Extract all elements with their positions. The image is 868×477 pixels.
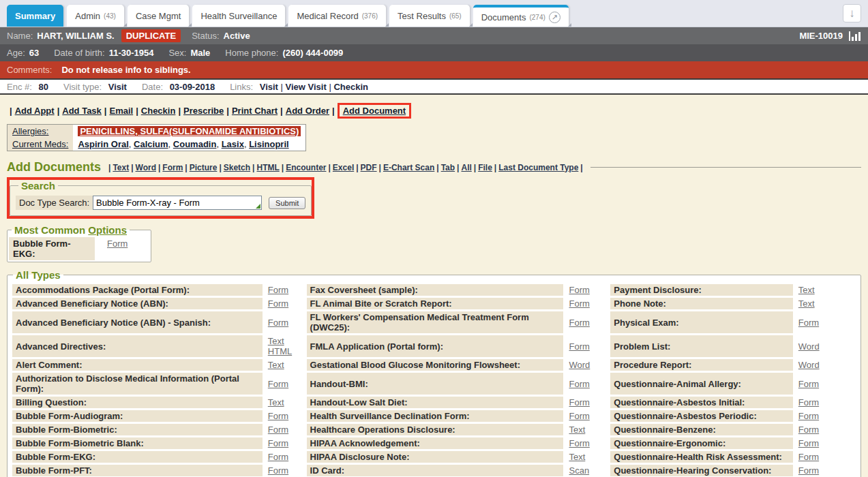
doc-format-form[interactable]: Form — [162, 163, 183, 172]
encounter-link-view-visit[interactable]: View Visit — [286, 82, 327, 92]
tab-health-surveillance[interactable]: Health Surveillance — [192, 5, 285, 27]
doc-link-physical-exam-form[interactable]: Form — [798, 318, 819, 328]
doc-link-phone-note-text[interactable]: Text — [798, 298, 815, 309]
doc-link-bubble-form-audiogram-form[interactable]: Form — [268, 411, 288, 421]
doc-link-questionnaire-animal-allergy-form[interactable]: Form — [798, 379, 819, 389]
name-label: Name: — [7, 31, 33, 41]
doc-link-accommodations-package-portal-form-form[interactable]: Form — [268, 285, 288, 295]
action-add-order[interactable]: Add Order — [286, 106, 329, 116]
doc-link-bubble-form-biometric-form[interactable]: Form — [268, 425, 288, 435]
doc-link-advanced-beneficiary-notice-abn-form[interactable]: Form — [268, 298, 288, 309]
tab-test-results[interactable]: Test Results(65) — [389, 5, 470, 27]
doc-link-billing-question-text[interactable]: Text — [268, 397, 284, 407]
doc-link-handout-low-salt-diet-form[interactable]: Form — [569, 397, 589, 407]
table-row: Advanced Beneficiary Notice (ABN) - Span… — [12, 311, 856, 333]
action-add-appt[interactable]: Add Appt — [15, 106, 55, 116]
submit-button[interactable]: Submit — [269, 197, 305, 209]
table-row: Accommodations Package (Portal Form):For… — [12, 284, 856, 296]
doc-type-name: Handout-BMI: — [307, 373, 564, 395]
med-link-calcium[interactable]: Calcium — [134, 139, 168, 149]
doc-link-hipaa-disclosure-note-text[interactable]: Text — [569, 452, 585, 462]
patient-sex: Male — [190, 48, 210, 58]
med-link-aspirin-oral[interactable]: Aspirin Oral — [78, 139, 128, 149]
doc-link-questionnaire-health-risk-assessment-form[interactable]: Form — [798, 452, 819, 462]
doc-format-tab[interactable]: Tab — [441, 163, 455, 172]
doc-format-sketch[interactable]: Sketch — [224, 163, 250, 172]
doc-link-fax-coversheet-sample-form[interactable]: Form — [569, 285, 589, 295]
doc-format-last-document-type[interactable]: Last Document Type — [498, 163, 578, 172]
doc-format-pdf[interactable]: PDF — [361, 163, 377, 172]
doc-format-html[interactable]: HTML — [256, 163, 279, 172]
tab-documents[interactable]: Documents(274)↗ — [473, 5, 569, 27]
scroll-down-button[interactable]: ↓ — [843, 4, 861, 22]
doc-format-all[interactable]: All — [461, 163, 471, 172]
tab-summary[interactable]: Summary — [7, 5, 63, 27]
doc-link-health-surveillance-declination-form-form[interactable]: Form — [569, 411, 589, 421]
tab-medical-record[interactable]: Medical Record(376) — [288, 5, 386, 27]
doc-link-authorization-to-disclose-medical-information-portal-form-form[interactable]: Form — [268, 379, 288, 389]
action-add-task[interactable]: Add Task — [62, 106, 102, 116]
doc-link-questionnaire-asbestos-periodic-form[interactable]: Form — [798, 411, 819, 421]
doc-format-word[interactable]: Word — [136, 163, 156, 172]
bar-chart-icon[interactable] — [848, 31, 861, 42]
med-link-lisinopril[interactable]: Lisinopril — [249, 139, 289, 149]
doc-link-advanced-directives-text[interactable]: Text — [268, 336, 284, 346]
separator: , — [216, 139, 221, 149]
allergies-link[interactable]: Allergies: — [12, 126, 48, 136]
encounter-link-visit[interactable]: Visit — [260, 82, 278, 92]
duplicate-badge[interactable]: DUPLICATE — [121, 29, 181, 42]
doc-link-bubble-form-pft-form[interactable]: Form — [268, 465, 288, 476]
doc-link-problem-list-word[interactable]: Word — [798, 341, 820, 352]
allergy-value-link[interactable]: PENICILLINS, SULFA(SULFONAMIDE ANTIBIOTI… — [78, 126, 301, 136]
action-prescribe[interactable]: Prescribe — [183, 106, 224, 116]
doc-format-excel[interactable]: Excel — [333, 163, 354, 172]
visit-date: 03-09-2018 — [170, 82, 215, 92]
options-link[interactable]: Options — [88, 224, 127, 236]
doc-link-form[interactable]: Form — [107, 238, 128, 249]
doc-format-encounter[interactable]: Encounter — [286, 163, 326, 172]
doc-link-questionnaire-asbestos-initial-form[interactable]: Form — [798, 397, 819, 407]
action-add-document[interactable]: Add Document — [343, 106, 406, 116]
doc-link-hipaa-acknowledgement-form[interactable]: Form — [569, 438, 589, 448]
tab-count: (274) — [529, 14, 545, 21]
doc-link-advanced-directives-html[interactable]: HTML — [268, 346, 292, 356]
action-email[interactable]: Email — [109, 106, 133, 116]
current-meds-link[interactable]: Current Meds: — [12, 139, 68, 149]
doc-link-healthcare-operations-disclosure-text[interactable]: Text — [569, 425, 585, 435]
doc-link-bubble-form-ekg-form[interactable]: Form — [268, 452, 288, 462]
action-print-chart[interactable]: Print Chart — [232, 106, 278, 116]
doc-link-fmla-application-portal-form-form[interactable]: Form — [569, 341, 589, 352]
tab-admin[interactable]: Admin(43) — [67, 5, 124, 27]
doc-type-name: Handout-Low Salt Diet: — [307, 397, 564, 408]
doc-type-name: Questionnaire-Animal Allergy: — [610, 373, 793, 395]
med-link-lasix[interactable]: Lasix — [222, 139, 244, 149]
doc-link-id-card-scan[interactable]: Scan — [569, 465, 589, 476]
doc-link-advanced-beneficiary-notice-abn-spanish-form[interactable]: Form — [268, 318, 288, 328]
doc-link-payment-disclosure-text[interactable]: Text — [798, 285, 815, 295]
doc-type-name: Bubble Form-EKG: — [12, 451, 263, 463]
med-link-coumadin[interactable]: Coumadin — [173, 139, 217, 149]
separator: | — [278, 82, 286, 92]
doc-format-picture[interactable]: Picture — [190, 163, 218, 172]
doc-link-handout-bmi-form[interactable]: Form — [569, 379, 589, 389]
tab-case-mgmt[interactable]: Case Mgmt — [128, 5, 189, 27]
sex-label: Sex: — [168, 48, 186, 58]
doc-link-questionnaire-hearing-conservation-form[interactable]: Form — [798, 465, 819, 476]
table-row: Authorization to Disclose Medical Inform… — [12, 373, 856, 395]
doc-format-text[interactable]: Text — [113, 163, 129, 172]
doc-link-alert-comment-text[interactable]: Text — [268, 360, 284, 370]
separator: | — [377, 163, 383, 172]
doc-link-questionnaire-ergonomic-form[interactable]: Form — [798, 438, 819, 448]
doc-link-gestational-blood-glucose-monitoring-flowsheet-word[interactable]: Word — [569, 360, 590, 370]
open-in-new-icon[interactable]: ↗ — [549, 12, 560, 23]
doc-type-search-input[interactable] — [93, 196, 262, 210]
doc-format-file[interactable]: File — [478, 163, 492, 172]
doc-format-e-chart-scan[interactable]: E-Chart Scan — [383, 163, 434, 172]
action-checkin[interactable]: Checkin — [141, 106, 176, 116]
doc-link-fl-animal-bite-or-scratch-report-form[interactable]: Form — [569, 298, 589, 309]
doc-link-questionnaire-benzene-form[interactable]: Form — [798, 425, 819, 435]
doc-link-fl-workers-compensation-medical-treatment-form-dwc25-form[interactable]: Form — [569, 318, 589, 328]
doc-link-bubble-form-biometric-blank-form[interactable]: Form — [268, 438, 288, 448]
doc-link-procedure-report-word[interactable]: Word — [798, 360, 820, 370]
encounter-link-checkin[interactable]: Checkin — [333, 82, 368, 92]
